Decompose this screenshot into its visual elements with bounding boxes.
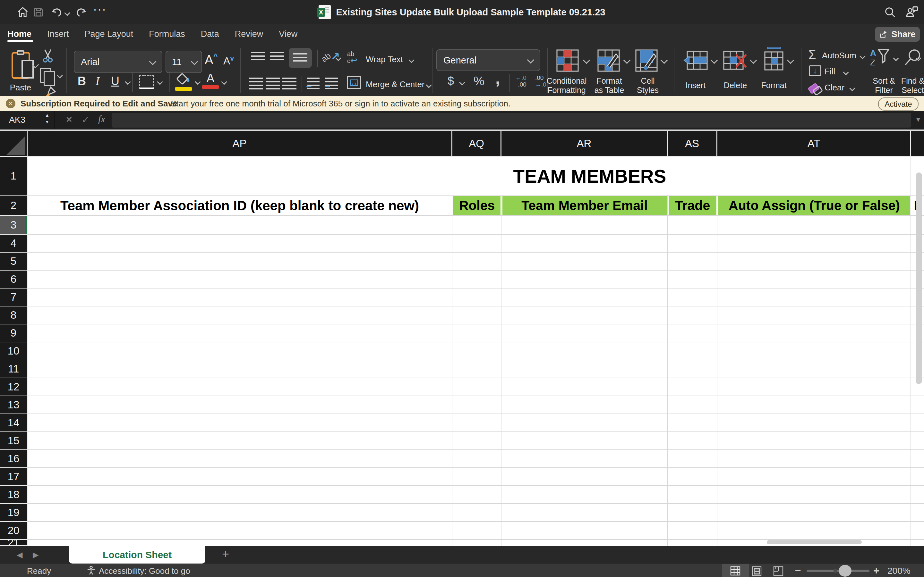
cancel-icon[interactable]: ×: [66, 113, 72, 125]
fill-color-chevron-icon[interactable]: [196, 79, 200, 85]
row-header-9[interactable]: 9: [0, 324, 27, 342]
currency-chevron-icon[interactable]: [460, 80, 464, 86]
tab-page-layout[interactable]: Page Layout: [85, 29, 134, 39]
merge-center-button[interactable]: Merge & Center: [366, 79, 425, 89]
align-top-icon[interactable]: [251, 52, 265, 61]
column-header-AR[interactable]: AR: [501, 131, 667, 156]
number-format-select[interactable]: General: [436, 49, 540, 71]
undo-icon[interactable]: [51, 6, 63, 19]
status-accessibility[interactable]: Accessibility: Good to go: [99, 566, 190, 576]
wrap-text-button[interactable]: Wrap Text: [366, 55, 403, 64]
font-name-select[interactable]: Arial: [74, 51, 162, 73]
underline-button[interactable]: U: [111, 74, 120, 88]
next-sheet-icon[interactable]: ▶: [33, 550, 39, 559]
row-header-3[interactable]: 3: [0, 216, 27, 234]
italic-button[interactable]: I: [95, 74, 99, 88]
row-header-16[interactable]: 16: [0, 450, 27, 467]
prev-sheet-icon[interactable]: ◀: [17, 550, 23, 559]
paste-button[interactable]: [11, 52, 30, 79]
decrease-indent-icon[interactable]: ←: [307, 77, 320, 89]
sort-filter-icon[interactable]: A Z: [870, 48, 890, 66]
autosum-chevron-icon[interactable]: [861, 54, 865, 60]
row-header-4[interactable]: 4: [0, 235, 27, 252]
insert-cells-icon[interactable]: [683, 50, 708, 71]
row2-cell[interactable]: Team Member Email: [502, 196, 667, 215]
redo-icon[interactable]: [74, 6, 87, 19]
row2-cell[interactable]: Auto Assign (True or False): [718, 196, 910, 215]
view-page-layout-button[interactable]: [752, 566, 762, 576]
row-header-12[interactable]: 12: [0, 378, 27, 396]
decrease-font-button[interactable]: Av: [223, 55, 234, 67]
view-normal-button[interactable]: [722, 564, 749, 577]
tab-data[interactable]: Data: [201, 29, 219, 39]
row2-cell[interactable]: Trade: [669, 196, 716, 215]
align-middle-icon[interactable]: [270, 52, 284, 61]
clear-chevron-icon[interactable]: [850, 86, 855, 92]
save-icon[interactable]: [33, 6, 44, 18]
more-commands-button[interactable]: ···: [93, 3, 107, 16]
borders-icon[interactable]: [139, 75, 154, 89]
wrap-text-chevron-icon[interactable]: [409, 58, 414, 63]
format-cells-icon[interactable]: [764, 47, 784, 71]
column-header-AS[interactable]: AS: [668, 131, 716, 156]
activate-button[interactable]: Activate: [878, 97, 919, 111]
row-header-18[interactable]: 18: [0, 486, 27, 503]
row-header-21[interactable]: 21: [0, 540, 27, 545]
sort-filter-chevron-icon[interactable]: [894, 56, 898, 61]
column-header-AP[interactable]: AP: [27, 131, 451, 156]
fill-color-icon[interactable]: [175, 73, 192, 91]
align-bottom-button-active[interactable]: [289, 48, 312, 68]
delete-cells-icon[interactable]: [722, 50, 747, 71]
accessibility-icon[interactable]: [86, 566, 96, 576]
cut-icon[interactable]: [40, 47, 55, 64]
row-header-1[interactable]: 1: [0, 157, 27, 195]
row-header-11[interactable]: 11: [0, 360, 27, 378]
fill-chevron-icon[interactable]: [844, 70, 848, 76]
row-header-13[interactable]: 13: [0, 396, 27, 414]
increase-font-button[interactable]: A^: [205, 53, 218, 67]
copy-icon[interactable]: [40, 68, 51, 83]
home-icon[interactable]: [17, 6, 29, 19]
name-box[interactable]: AK3: [9, 115, 25, 125]
tab-review[interactable]: Review: [235, 29, 263, 39]
select-all-corner[interactable]: [0, 131, 27, 156]
row2-cell[interactable]: Team Member Association ID (keep blank t…: [27, 196, 452, 215]
insert-cells-chevron-icon[interactable]: [712, 58, 717, 64]
copy-chevron-icon[interactable]: [58, 73, 62, 79]
borders-chevron-icon[interactable]: [158, 79, 162, 85]
zoom-slider-thumb[interactable]: [838, 565, 851, 577]
fill-button[interactable]: Fill: [825, 67, 835, 77]
font-color-icon[interactable]: A: [202, 72, 219, 89]
format-as-table-icon[interactable]: [597, 49, 620, 73]
orientation-chevron-icon[interactable]: [336, 56, 341, 61]
align-right-icon[interactable]: [282, 77, 296, 90]
formula-input[interactable]: [111, 113, 911, 127]
merge-center-chevron-icon[interactable]: [427, 83, 431, 89]
font-size-select[interactable]: 11: [166, 51, 202, 73]
conditional-formatting-icon[interactable]: [556, 49, 580, 73]
banner-close-icon[interactable]: ×: [6, 99, 15, 108]
row-header-8[interactable]: 8: [0, 306, 27, 324]
decrease-decimal-button[interactable]: ←.0 .00: [515, 74, 527, 88]
find-select-chevron-icon[interactable]: [916, 56, 921, 61]
format-as-table-chevron-icon[interactable]: [624, 58, 630, 64]
row-header-20[interactable]: 20: [0, 522, 27, 539]
percent-button[interactable]: %: [473, 74, 485, 88]
font-color-chevron-icon[interactable]: [222, 79, 226, 85]
row-header-7[interactable]: 7: [0, 288, 27, 306]
view-page-break-button[interactable]: [773, 566, 783, 576]
autosum-button[interactable]: AutoSum: [822, 51, 856, 61]
cell-styles-icon[interactable]: [635, 49, 658, 73]
share-button[interactable]: Share: [875, 27, 920, 42]
tab-view[interactable]: View: [279, 29, 297, 39]
delete-cells-chevron-icon[interactable]: [751, 58, 756, 64]
conditional-formatting-chevron-icon[interactable]: [584, 58, 589, 64]
currency-button[interactable]: $: [447, 74, 454, 88]
paste-chevron-icon[interactable]: [33, 62, 38, 69]
column-header-partial[interactable]: [911, 131, 924, 156]
align-center-icon[interactable]: [266, 77, 280, 90]
zoom-out-button[interactable]: −: [795, 565, 801, 577]
tab-formulas[interactable]: Formulas: [149, 29, 185, 39]
clear-button[interactable]: Clear: [825, 83, 845, 93]
add-sheet-button[interactable]: +: [222, 547, 229, 561]
